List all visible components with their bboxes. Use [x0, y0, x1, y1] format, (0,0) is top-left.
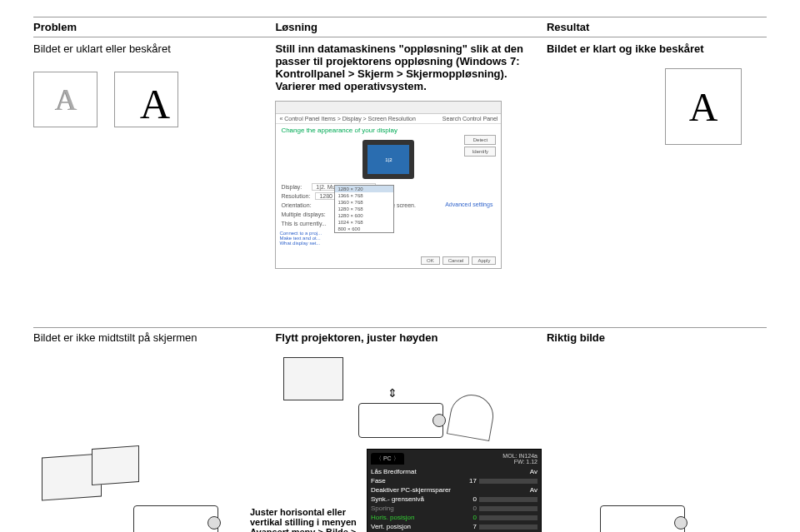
res-opt-4[interactable]: 1280 × 600 [335, 212, 393, 219]
identify-button[interactable]: Identify [464, 147, 496, 157]
osd-val-6: 7 [473, 523, 477, 530]
slider-4 [479, 506, 538, 511]
header-solution: Løsning [275, 21, 547, 33]
osd-val-5: 0 [473, 514, 477, 521]
windows-screenshot: « Control Panel Items > Display > Screen… [275, 101, 502, 269]
result-1-text: Bildet er klart og ikke beskåret [547, 42, 767, 55]
ok-button[interactable]: OK [421, 256, 440, 265]
row-2-images: ⇕ Juster horisontal eller vertikal still… [33, 357, 767, 532]
solution-1-text: Still inn datamaskinens "oppløsning" sli… [275, 42, 547, 92]
window-titlebar [276, 102, 501, 114]
offcenter-sketch [33, 447, 250, 532]
slider-5[interactable] [479, 515, 538, 520]
osd-item-0[interactable]: Lås Bredformat [371, 468, 417, 475]
row-1: Bildet er uklart eller beskåret A A Stil… [33, 42, 767, 269]
osd-val-3: 0 [473, 495, 477, 503]
cancel-button[interactable]: Cancel [442, 256, 470, 265]
blurry-a: A [55, 82, 77, 117]
search-placeholder: Search Control Panel [442, 116, 498, 122]
lens-icon-2 [432, 414, 446, 427]
side-link-2[interactable]: What display set... [279, 241, 322, 246]
projector-sketch-1 [133, 505, 218, 532]
resolution-label: Resolution: [281, 193, 310, 199]
osd-menu: 〈 PC 〉 MOL: IN124aFW: 1.12 Lås Bredforma… [367, 449, 542, 532]
osd-item-3[interactable]: Synk.- grensenivå [371, 495, 424, 503]
osd-item-1[interactable]: Fase [371, 477, 386, 485]
projector-sketch-2 [358, 403, 443, 438]
osd-fw: FW: 1.12 [514, 459, 538, 465]
res-opt-1[interactable]: 1366 × 768 [335, 192, 393, 199]
res-opt-6[interactable]: 800 × 600 [335, 226, 393, 232]
osd-item-4: Sporing [371, 505, 394, 512]
osd-tab: 〈 PC 〉 [376, 455, 399, 461]
problem-illustration: A A [33, 72, 275, 127]
slider-3[interactable] [479, 497, 538, 502]
header-problem: Problem [33, 21, 275, 33]
screen-panel-2 [92, 445, 139, 485]
osd-val-1: 17 [469, 477, 477, 485]
problem-2-text: Bildet er ikke midtstilt på skjermen [33, 331, 275, 344]
advanced-link[interactable]: Advanced settings [445, 201, 492, 207]
updown-arrows-icon: ⇕ [388, 386, 398, 400]
resolution-dropdown[interactable]: 1280 × 720 1366 × 768 1360 × 768 1280 × … [334, 185, 394, 233]
breadcrumb-text: « Control Panel Items > Display > Screen… [279, 116, 415, 122]
osd-model: MOL: IN124a [502, 453, 538, 459]
blurry-a-box: A [33, 72, 98, 127]
multiple-label: Multiple displays: [281, 211, 325, 217]
monitor-icon: 1|2 [362, 140, 414, 179]
cropped-a: A [139, 79, 169, 127]
res-opt-0[interactable]: 1280 × 720 [335, 186, 393, 192]
lens-icon-3 [674, 516, 688, 530]
adjust-sketch: ⇕ [250, 357, 550, 440]
orientation-label: Orientation: [281, 202, 311, 208]
osd-val-4: 0 [473, 505, 477, 512]
breadcrumb: « Control Panel Items > Display > Screen… [276, 114, 501, 124]
clear-a: A [689, 84, 718, 130]
osd-val-2: Av [530, 486, 538, 494]
lens-icon [208, 516, 221, 530]
detect-button[interactable]: Detect [464, 135, 496, 145]
display-label: Display: [281, 184, 302, 190]
header-result: Resultat [547, 21, 767, 33]
cropped-a-box: A [114, 72, 178, 127]
projector-sketch-3 [600, 505, 685, 532]
osd-val-0: Av [530, 468, 538, 475]
res-opt-3[interactable]: 1280 × 768 [335, 206, 393, 212]
problem-1-text: Bildet er uklart eller beskåret [33, 42, 275, 55]
correct-sketch [550, 447, 733, 532]
osd-item-5[interactable]: Horis. posisjon [371, 514, 414, 521]
solution-2-text: Flytt projektoren, juster høyden [275, 331, 547, 344]
result-illustration: A [665, 68, 742, 145]
osd-item-6[interactable]: Vert. posisjon [371, 523, 411, 530]
result-2-text: Riktig bilde [547, 331, 767, 344]
osd-item-2[interactable]: Deaktiver PC-skjermsparer [371, 486, 451, 494]
adjust-instruction: Juster horisontal eller vertikal stillin… [250, 507, 358, 532]
row-2-header: Bildet er ikke midtstilt på skjermen Fly… [33, 327, 767, 344]
screen-panel-3 [283, 357, 343, 400]
table-header: Problem Løsning Resultat [33, 17, 767, 37]
apply-button[interactable]: Apply [472, 256, 496, 265]
slider-1[interactable] [479, 479, 538, 484]
slider-6[interactable] [479, 525, 538, 530]
res-opt-5[interactable]: 1024 × 768 [335, 219, 393, 226]
hand-icon [447, 391, 497, 441]
res-opt-2[interactable]: 1360 × 768 [335, 199, 393, 206]
